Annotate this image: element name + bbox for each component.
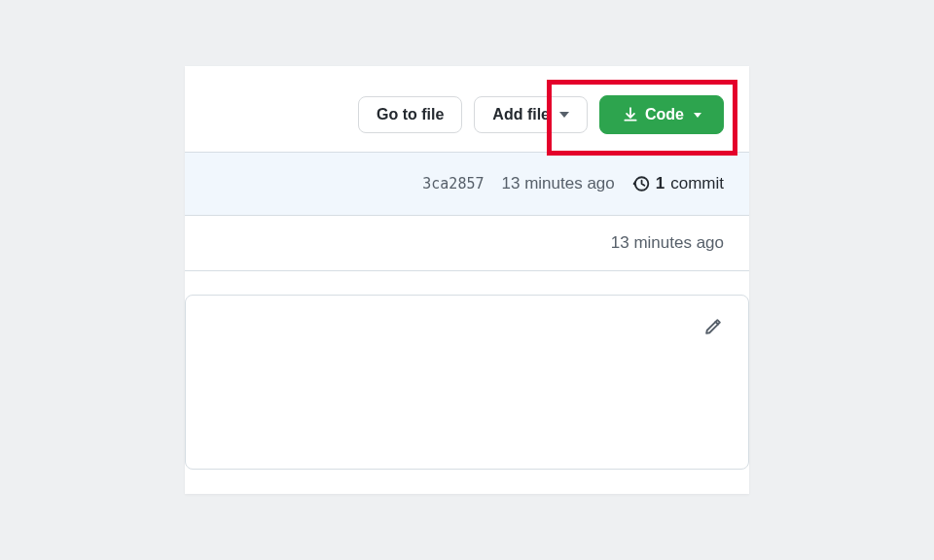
pencil-icon — [703, 317, 723, 336]
commit-count-label: commit — [670, 174, 724, 193]
commit-count-number: 1 — [656, 174, 665, 193]
caret-down-icon — [694, 113, 701, 118]
repo-panel: Go to file Add file Code 3ca2857 13 minu… — [185, 66, 749, 494]
code-button[interactable]: Code — [599, 95, 724, 134]
repo-toolbar: Go to file Add file Code — [185, 66, 749, 152]
go-to-file-label: Go to file — [377, 107, 444, 122]
latest-commit-bar: 3ca2857 13 minutes ago 1 commit — [185, 152, 749, 216]
code-label: Code — [645, 107, 684, 122]
file-updated-time: 13 minutes ago — [611, 233, 724, 253]
add-file-button[interactable]: Add file — [474, 96, 588, 133]
commit-hash[interactable]: 3ca2857 — [422, 175, 484, 192]
download-icon — [622, 106, 639, 123]
commits-link[interactable]: 1 commit — [632, 174, 724, 193]
history-icon — [632, 175, 650, 192]
add-file-label: Add file — [492, 107, 550, 122]
edit-readme-button[interactable] — [703, 317, 723, 336]
go-to-file-button[interactable]: Go to file — [358, 96, 462, 133]
readme-panel — [185, 295, 749, 470]
file-row: 13 minutes ago — [185, 216, 749, 271]
caret-down-icon — [559, 112, 569, 118]
commit-time[interactable]: 13 minutes ago — [502, 174, 615, 193]
